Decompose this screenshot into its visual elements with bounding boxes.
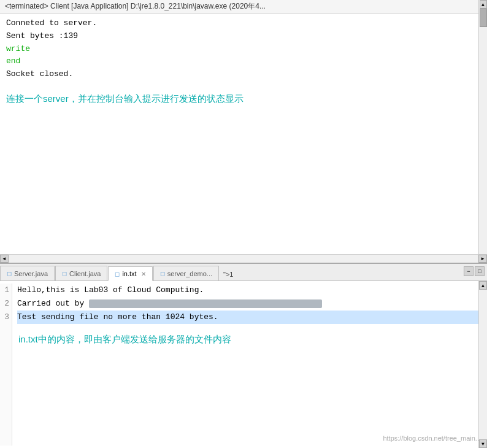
console-line-4: end [6, 55, 481, 68]
console-line-3: write [6, 43, 481, 56]
tab-server-java[interactable]: ◻ Server.java [0, 266, 55, 280]
scroll-up-arrow[interactable]: ▲ [480, 0, 487, 9]
scroll-left-arrow[interactable]: ◄ [0, 255, 9, 263]
console-line-2: Sent bytes :139 [6, 30, 481, 43]
console-horizontal-scrollbar[interactable]: ◄ ► [0, 254, 487, 263]
tab-in-txt[interactable]: ◻ in.txt ✕ [108, 266, 152, 281]
console-output-area: Conneted to server. Sent bytes :139 writ… [0, 14, 487, 254]
line-number-1: 1 [2, 284, 9, 297]
line-number-3: 3 [2, 311, 9, 324]
editor-tabs-bar: ◻ Server.java ◻ Client.java ◻ in.txt ✕ ◻… [0, 264, 487, 281]
console-line-1: Conneted to server. [6, 17, 481, 30]
redacted-content [89, 299, 322, 308]
console-line-5: Socket closed. [6, 68, 481, 81]
editor-annotation: in.txt中的内容，即由客户端发送给服务器的文件内容 [12, 334, 487, 346]
bottom-editor-panel: ◻ Server.java ◻ Client.java ◻ in.txt ✕ ◻… [0, 264, 487, 448]
server-java-tab-icon: ◻ [7, 270, 12, 277]
line-number-gutter: 1 2 3 [0, 284, 12, 446]
editor-vertical-scrollbar[interactable]: ▲ ▼ [478, 281, 487, 448]
console-title-text: <terminated> Client [Java Application] D… [5, 1, 266, 12]
tab-server-demo-label: server_demo... [167, 270, 212, 277]
tab-server-java-label: Server.java [14, 270, 48, 277]
top-console-panel: <terminated> Client [Java Application] D… [0, 0, 487, 264]
tab-server-demo[interactable]: ◻ server_demo... [153, 266, 219, 280]
console-annotation: 连接一个server，并在控制台输入提示进行发送的状态显示 [6, 93, 481, 105]
watermark-text: https://blog.csdn.net/tree_main... [383, 434, 481, 442]
in-txt-tab-icon: ◻ [115, 271, 120, 277]
tab-client-java[interactable]: ◻ Client.java [55, 266, 107, 280]
tab-in-txt-label: in.txt [122, 270, 136, 277]
scroll-right-arrow[interactable]: ► [478, 255, 487, 263]
client-java-tab-icon: ◻ [62, 270, 67, 277]
tab-overflow-button[interactable]: ">1 [220, 268, 237, 280]
editor-line-2: Carried out by [17, 297, 482, 311]
tab-client-java-label: Client.java [69, 270, 101, 277]
editor-text-area: Hello,this is Lab03 of Cloud Computing. … [12, 284, 487, 324]
console-title-bar: <terminated> Client [Java Application] D… [0, 0, 487, 14]
minimize-button[interactable]: − [464, 266, 474, 276]
scroll-thumb[interactable] [480, 9, 487, 27]
editor-line-3: Test sending file no more than 1024 byte… [17, 311, 482, 324]
tab-in-txt-close[interactable]: ✕ [141, 271, 146, 277]
line-number-2: 2 [2, 297, 9, 311]
console-vertical-scrollbar[interactable]: ▲ ▼ [478, 0, 487, 263]
maximize-button[interactable]: □ [475, 266, 485, 276]
editor-scroll-down-arrow[interactable]: ▼ [479, 439, 487, 448]
editor-scroll-up-arrow[interactable]: ▲ [479, 281, 487, 290]
tab-window-controls: − □ [464, 266, 485, 276]
server-demo-tab-icon: ◻ [160, 270, 165, 277]
editor-line-1: Hello,this is Lab03 of Cloud Computing. [17, 284, 482, 297]
editor-content-area: 1 2 3 Hello,this is Lab03 of Cloud Compu… [0, 281, 487, 448]
